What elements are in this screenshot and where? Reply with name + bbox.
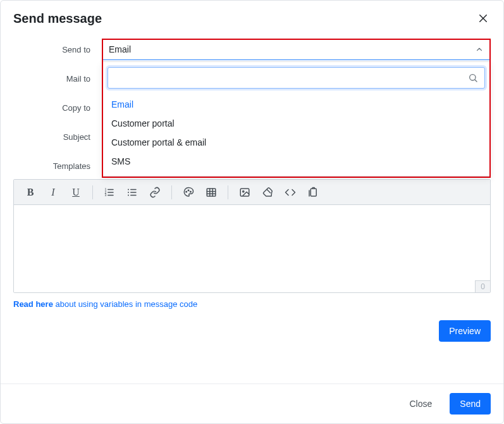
dropdown-item-customer-portal[interactable]: Customer portal	[102, 114, 490, 133]
label-send-to: Send to	[13, 45, 102, 54]
variables-hint: Read here about using variables in messa…	[13, 299, 491, 309]
dropdown-search-input[interactable]	[114, 68, 468, 88]
char-count: 0	[475, 280, 490, 292]
send-button[interactable]: Send	[450, 393, 491, 415]
editor-textarea[interactable]: 0	[14, 205, 490, 292]
read-here-link[interactable]: Read here	[13, 299, 53, 309]
image-button[interactable]	[235, 182, 255, 203]
send-to-value: Email	[109, 44, 131, 54]
code-button[interactable]	[280, 182, 300, 203]
svg-point-14	[128, 192, 129, 193]
label-mail-to: Mail to	[13, 74, 102, 84]
italic-button[interactable]: I	[43, 182, 63, 203]
svg-point-25	[243, 190, 244, 192]
svg-point-17	[188, 189, 189, 190]
dropdown-search[interactable]	[108, 67, 485, 89]
modal-header: Send message	[1, 1, 503, 34]
svg-point-16	[186, 191, 187, 192]
label-subject: Subject	[13, 132, 102, 142]
svg-point-13	[128, 189, 129, 190]
send-to-select[interactable]: Email	[102, 39, 491, 60]
unordered-list-button[interactable]	[122, 182, 142, 203]
chevron-up-icon	[475, 45, 484, 54]
label-copy-to: Copy to	[13, 103, 102, 113]
send-to-dropdown-panel: Email Customer portal Customer portal & …	[102, 61, 491, 177]
preview-row: Preview	[13, 320, 491, 342]
ordered-list-button[interactable]: 123	[99, 182, 120, 203]
dropdown-item-sms[interactable]: SMS	[102, 152, 490, 171]
label-templates: Templates	[13, 161, 102, 171]
dropdown-list: Email Customer portal Customer portal & …	[102, 94, 490, 172]
toolbar-separator	[92, 185, 93, 199]
svg-text:3: 3	[105, 193, 107, 197]
modal-footer: Close Send	[1, 383, 503, 423]
svg-rect-27	[310, 189, 316, 196]
send-message-modal: Send message Send to Email	[0, 0, 504, 424]
row-send-to: Send to Email	[13, 39, 491, 60]
close-button[interactable]: Close	[400, 393, 443, 415]
eraser-button[interactable]	[257, 182, 278, 203]
svg-line-3	[475, 80, 477, 82]
hint-text: about using variables in message code	[53, 299, 197, 309]
preview-button[interactable]: Preview	[439, 320, 491, 342]
modal-body: Send to Email Email Customer por	[1, 34, 503, 383]
clipboard-button[interactable]	[303, 182, 323, 203]
link-button[interactable]	[145, 182, 165, 203]
bold-button[interactable]: B	[20, 182, 40, 203]
color-button[interactable]	[178, 182, 199, 203]
underline-button[interactable]: U	[66, 182, 86, 203]
svg-point-15	[128, 194, 129, 196]
editor: B I U 123	[13, 179, 491, 293]
search-icon	[468, 73, 478, 83]
close-icon[interactable]	[476, 11, 491, 26]
toolbar-separator	[228, 185, 228, 199]
table-button[interactable]	[201, 182, 221, 203]
dropdown-item-email[interactable]: Email	[102, 95, 490, 114]
modal-title: Send message	[13, 11, 102, 26]
svg-line-26	[267, 189, 270, 192]
toolbar-separator	[171, 185, 172, 199]
dropdown-search-wrap	[102, 62, 490, 94]
svg-rect-19	[207, 189, 216, 196]
svg-point-18	[190, 191, 192, 192]
editor-toolbar: B I U 123	[14, 180, 490, 205]
dropdown-item-customer-portal-email[interactable]: Customer portal & email	[102, 133, 490, 152]
